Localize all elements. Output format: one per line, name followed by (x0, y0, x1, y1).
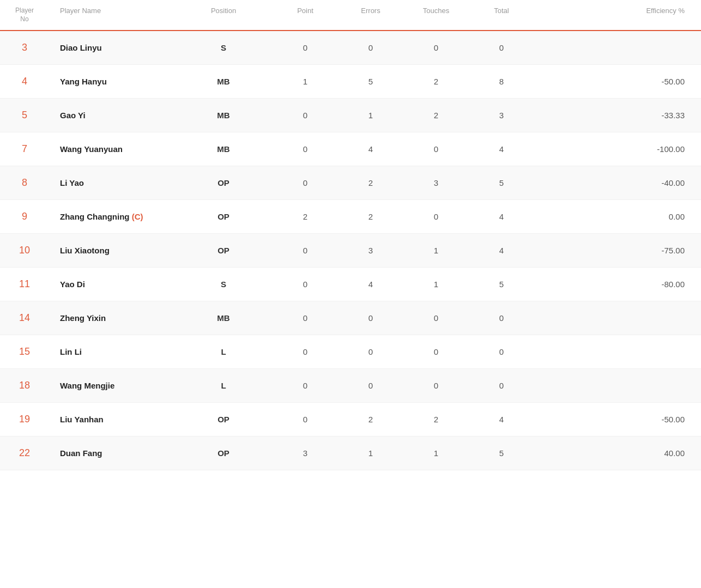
player-no: 15 (0, 346, 49, 357)
table-header: Player No Player Name Position Point Err… (0, 0, 701, 31)
player-errors: 3 (338, 246, 403, 255)
player-efficiency: -40.00 (534, 178, 701, 187)
header-touches: Touches (403, 7, 469, 23)
table-row: 14 Zheng Yixin MB 0 0 0 0 (0, 301, 701, 335)
player-no: 14 (0, 312, 49, 324)
player-name-text: Li Yao (60, 178, 84, 187)
player-name: Wang Mengjie (49, 381, 174, 390)
player-name-text: Duan Fang (60, 448, 102, 458)
player-name: Wang Yuanyuan (49, 144, 174, 154)
player-errors: 1 (338, 111, 403, 120)
player-efficiency: -80.00 (534, 280, 701, 289)
player-position: OP (174, 448, 273, 458)
player-position: S (174, 43, 273, 52)
table-row: 4 Yang Hanyu MB 1 5 2 8 -50.00 (0, 65, 701, 99)
player-no: 8 (0, 177, 49, 189)
player-touches: 2 (403, 415, 469, 424)
player-name: Yao Di (49, 280, 174, 289)
player-name-text: Yao Di (60, 280, 85, 289)
table-row: 10 Liu Xiaotong OP 0 3 1 4 -75.00 (0, 234, 701, 268)
player-name-text: Zheng Yixin (60, 313, 106, 323)
player-position: MB (174, 77, 273, 86)
player-name-text: Zhang Changning (60, 212, 132, 221)
player-no: 19 (0, 414, 49, 425)
player-touches: 0 (403, 347, 469, 356)
player-name-text: Wang Mengjie (60, 381, 114, 390)
player-touches: 2 (403, 77, 469, 86)
player-no: 10 (0, 245, 49, 256)
player-efficiency: -75.00 (534, 246, 701, 255)
player-point: 0 (273, 415, 338, 424)
table-row: 11 Yao Di S 0 4 1 5 -80.00 (0, 268, 701, 301)
header-point: Point (273, 7, 338, 23)
player-name: Yang Hanyu (49, 77, 174, 86)
table-row: 9 Zhang Changning (C) OP 2 2 0 4 0.00 (0, 200, 701, 234)
player-point: 0 (273, 178, 338, 187)
player-touches: 1 (403, 448, 469, 458)
player-touches: 1 (403, 280, 469, 289)
player-errors: 2 (338, 178, 403, 187)
player-touches: 2 (403, 111, 469, 120)
player-efficiency: -50.00 (534, 415, 701, 424)
player-name: Zheng Yixin (49, 313, 174, 323)
player-name-text: Lin Li (60, 347, 82, 356)
player-no: 3 (0, 42, 49, 53)
player-total: 4 (469, 246, 534, 255)
player-name: Zhang Changning (C) (49, 212, 174, 221)
player-name: Duan Fang (49, 448, 174, 458)
player-position: S (174, 280, 273, 289)
player-name-text: Wang Yuanyuan (60, 144, 123, 154)
table-row: 5 Gao Yi MB 0 1 2 3 -33.33 (0, 99, 701, 132)
table-row: 15 Lin Li L 0 0 0 0 (0, 335, 701, 369)
player-point: 0 (273, 246, 338, 255)
table-row: 18 Wang Mengjie L 0 0 0 0 (0, 369, 701, 403)
player-position: OP (174, 415, 273, 424)
player-name-text: Liu Yanhan (60, 415, 104, 424)
table-row: 8 Li Yao OP 0 2 3 5 -40.00 (0, 166, 701, 200)
player-point: 3 (273, 448, 338, 458)
player-point: 0 (273, 43, 338, 52)
player-total: 0 (469, 347, 534, 356)
player-no: 11 (0, 278, 49, 290)
player-total: 0 (469, 381, 534, 390)
player-position: OP (174, 212, 273, 221)
header-position: Position (174, 7, 273, 23)
player-point: 0 (273, 347, 338, 356)
player-errors: 0 (338, 43, 403, 52)
player-errors: 0 (338, 381, 403, 390)
player-efficiency: 40.00 (534, 448, 701, 458)
player-position: L (174, 347, 273, 356)
player-errors: 0 (338, 313, 403, 323)
player-efficiency: -33.33 (534, 111, 701, 120)
player-total: 4 (469, 212, 534, 221)
header-player-no: Player No (0, 7, 49, 23)
player-errors: 2 (338, 212, 403, 221)
player-efficiency: -50.00 (534, 77, 701, 86)
player-position: OP (174, 246, 273, 255)
table-row: 7 Wang Yuanyuan MB 0 4 0 4 -100.00 (0, 132, 701, 166)
player-touches: 0 (403, 144, 469, 154)
player-name: Liu Xiaotong (49, 246, 174, 255)
player-name: Lin Li (49, 347, 174, 356)
player-name-text: Yang Hanyu (60, 77, 107, 86)
player-total: 5 (469, 280, 534, 289)
player-errors: 1 (338, 448, 403, 458)
player-efficiency: -100.00 (534, 144, 701, 154)
player-total: 3 (469, 111, 534, 120)
player-position: MB (174, 111, 273, 120)
table-row: 22 Duan Fang OP 3 1 1 5 40.00 (0, 437, 701, 470)
player-errors: 2 (338, 415, 403, 424)
player-position: OP (174, 178, 273, 187)
player-position: MB (174, 144, 273, 154)
player-touches: 0 (403, 381, 469, 390)
player-no: 18 (0, 380, 49, 391)
header-player-name: Player Name (49, 7, 174, 23)
player-total: 0 (469, 43, 534, 52)
player-touches: 3 (403, 178, 469, 187)
player-point: 0 (273, 280, 338, 289)
player-no: 5 (0, 110, 49, 121)
player-name: Li Yao (49, 178, 174, 187)
table-row: 3 Diao Linyu S 0 0 0 0 (0, 31, 701, 65)
player-name-text: Diao Linyu (60, 43, 102, 52)
player-errors: 0 (338, 347, 403, 356)
